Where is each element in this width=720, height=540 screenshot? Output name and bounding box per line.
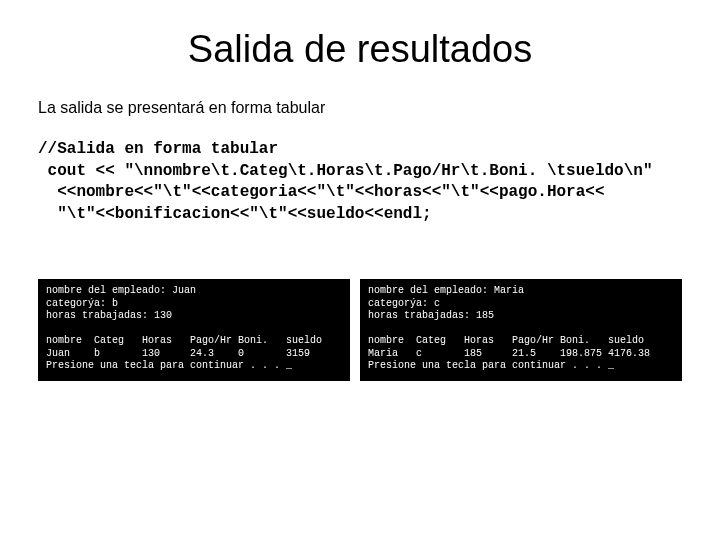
console-line: horas trabajadas: 185 xyxy=(368,310,494,321)
subtitle-text: La salida se presentará en forma tabular xyxy=(38,99,682,117)
console-line: Presione una tecla para continuar . . . … xyxy=(368,360,614,371)
console-line: nombre Categ Horas Pago/Hr Boni. sueldo xyxy=(368,335,644,346)
slide: Salida de resultados La salida se presen… xyxy=(0,0,720,540)
console-line: Juan b 130 24.3 0 3159 xyxy=(46,348,310,359)
console-line: horas trabajadas: 130 xyxy=(46,310,172,321)
console-output-right: nombre del empleado: Maria categorýa: c … xyxy=(360,279,682,381)
console-line: nombre del empleado: Maria xyxy=(368,285,524,296)
code-line: <<nombre<<"\t"<<categoria<<"\t"<<horas<<… xyxy=(38,183,605,201)
code-block: //Salida en forma tabular cout << "\nnom… xyxy=(38,139,682,225)
console-line: nombre Categ Horas Pago/Hr Boni. sueldo xyxy=(46,335,322,346)
code-line: cout << "\nnombre\t.Categ\t.Horas\t.Pago… xyxy=(38,162,653,180)
code-line: //Salida en forma tabular xyxy=(38,140,278,158)
page-title: Salida de resultados xyxy=(38,28,682,71)
console-line: Maria c 185 21.5 198.875 4176.38 xyxy=(368,348,650,359)
console-line: categorýa: b xyxy=(46,298,118,309)
console-output-left: nombre del empleado: Juan categorýa: b h… xyxy=(38,279,350,381)
code-line: "\t"<<bonificacion<<"\t"<<sueldo<<endl; xyxy=(38,205,432,223)
console-line: categorýa: c xyxy=(368,298,440,309)
console-row: nombre del empleado: Juan categorýa: b h… xyxy=(38,279,682,381)
console-line: Presione una tecla para continuar . . . … xyxy=(46,360,292,371)
console-line: nombre del empleado: Juan xyxy=(46,285,196,296)
